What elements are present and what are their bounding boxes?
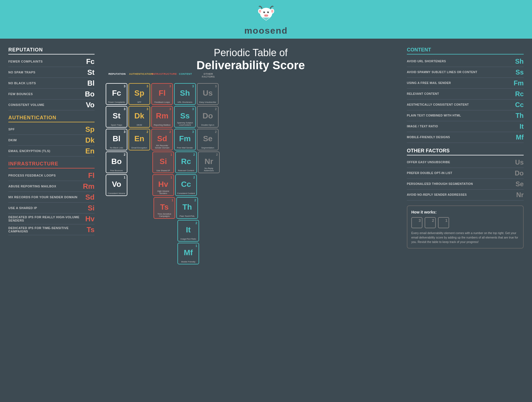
- pt-row-1: 3StSpam Traps3DkDKIM3RmReporting Mailbox…: [106, 106, 396, 128]
- pt-row-7: 1MfMobile Friendly: [106, 243, 396, 264]
- left-row-label: EMAIL ENCRYPTION (TLS): [8, 149, 50, 153]
- element-symbol: Vo: [112, 180, 121, 188]
- col-header-authentication: AUTHENTICATION: [129, 73, 151, 78]
- pt-empty-cell: [130, 243, 152, 264]
- svg-point-6: [267, 11, 269, 13]
- pt-empty-cell: [128, 152, 151, 173]
- element-symbol: Us: [203, 89, 213, 97]
- element-name: SPF: [130, 101, 149, 103]
- left-row: NO SPAM TRAPSSt: [8, 67, 95, 78]
- periodic-element-fc: 3FcFewer Complaints: [106, 83, 127, 105]
- periodic-element-us: 3UsEasy Unsubscribe: [197, 83, 219, 105]
- periodic-element-bl: 3BlNo Black Lists: [106, 129, 127, 150]
- element-number: 3: [147, 85, 148, 88]
- svg-point-10: [265, 15, 266, 16]
- left-row-symbol: Hv: [85, 215, 95, 222]
- right-row-label: RELEVANT CONTENT: [407, 92, 439, 96]
- reputation-title: REPUTATION: [8, 47, 95, 54]
- left-row-label: DEDICATED IPS FOR TIME-SENSITIVE CAMPAIG…: [8, 226, 87, 233]
- svg-point-9: [264, 14, 268, 17]
- periodic-element-sp: 3SpSPF: [128, 83, 150, 105]
- pt-empty-cell: [198, 174, 221, 196]
- right-row-label: USING A FREE MAIL SENDER: [407, 81, 451, 85]
- left-row: USE A SHARED IPSi: [8, 203, 95, 214]
- left-row: FEW BOUNCESBo: [8, 89, 95, 100]
- right-row-symbol: Do: [513, 169, 524, 177]
- element-number: 2: [215, 107, 217, 111]
- element-name: MX Records/ Sender Domain: [153, 145, 172, 149]
- periodic-element-nr: 2NrNo-Reply Addresses: [198, 152, 220, 173]
- infrastructure-section: INFRASTRUCTURE PROCESS FEEDBACK LOOPSFlA…: [8, 161, 95, 235]
- element-name: DKIM: [130, 124, 149, 126]
- left-row: NO BLACK LISTSBl: [8, 78, 95, 89]
- element-number: 2: [215, 130, 217, 133]
- left-panel: REPUTATION FEWER COMPLAINTSFcNO SPAM TRA…: [8, 47, 100, 265]
- element-name: Spammy Subject Line/Content: [176, 122, 194, 126]
- left-row-label: MX RECORDS FOR YOUR SENDER DOMAIN: [8, 195, 78, 199]
- periodic-element-se: 2SeSegmentation: [197, 129, 219, 150]
- right-row-symbol: Th: [513, 112, 524, 120]
- periodic-element-rc: 2RcRelevant Content: [175, 152, 197, 173]
- left-row-symbol: Bl: [87, 80, 95, 87]
- periodic-element-fl: 3FlFeedback Loops: [151, 83, 173, 105]
- right-row-label: PREFER DOUBLE OPT-IN LIST: [407, 171, 452, 175]
- element-number: 3: [192, 85, 194, 88]
- periodic-element-fm: 3FmFree Mail Sender: [174, 129, 196, 150]
- right-content-row: USING A FREE MAIL SENDERFm: [407, 78, 524, 89]
- right-other-row: AVOID NO-REPLY SENDER ADDRESSESNr: [407, 190, 524, 200]
- left-row-label: USE A SHARED IP: [8, 206, 37, 210]
- right-other-row: PERSONALIZED THROUGH SEGMENTATIONSe: [407, 179, 524, 190]
- left-row: FEWER COMPLAINTSFc: [8, 56, 95, 67]
- right-content-row: PLAIN TEXT COMBINED WITH HTMLTh: [407, 110, 524, 121]
- element-name: Time-Sensitive Campaigns: [155, 213, 174, 218]
- right-content-row: IMAGE / TEXT RATIOIt: [407, 121, 524, 132]
- left-row: SPFSp: [8, 124, 95, 135]
- left-row: CONSISTENT VOLUMEVo: [8, 100, 95, 110]
- element-name: No Black Lists: [107, 147, 126, 149]
- element-symbol: Ss: [180, 112, 190, 120]
- element-name: Consistent Volume: [107, 192, 126, 195]
- right-row-symbol: Se: [513, 180, 524, 188]
- auth-title: AUTHENTICATION: [8, 115, 95, 122]
- how-title: How it works:: [411, 210, 519, 214]
- left-row-symbol: St: [87, 69, 95, 76]
- periodic-element-cc: 2CcConsistent Content: [175, 174, 197, 196]
- right-row-label: MOBILE-FRIENDLY DESIGNS: [407, 135, 450, 139]
- left-row: DEDICATED IPS FOR TIME-SENSITIVE CAMPAIG…: [8, 224, 95, 235]
- pt-empty-cell: [200, 243, 223, 264]
- svg-point-8: [268, 12, 269, 12]
- element-name: Double Opt-in: [199, 124, 217, 126]
- element-symbol: Fc: [112, 89, 121, 97]
- element-symbol: Rm: [156, 112, 168, 120]
- element-symbol: Sd: [157, 135, 167, 143]
- element-number: 3: [192, 130, 194, 133]
- periodic-element-th: 2ThPlain Text/HTML: [176, 197, 198, 219]
- element-number: 3: [169, 85, 171, 88]
- element-number: 3: [147, 107, 148, 111]
- col-header-content: CONTENT: [175, 73, 196, 78]
- element-symbol: It: [186, 226, 190, 234]
- pt-row-2: 3BlNo Black Lists2EnEmail Encryption2SdM…: [106, 129, 396, 150]
- element-symbol: Do: [202, 112, 213, 120]
- left-row-label: NO SPAM TRAPS: [8, 71, 35, 74]
- element-number: 3: [169, 107, 171, 111]
- pt-column-headers: REPUTATION AUTHENTICATION INFRASTRUCTURE…: [106, 73, 396, 78]
- element-name: Email Encryption: [130, 147, 149, 149]
- pt-empty-cell: [154, 220, 176, 242]
- element-symbol: Dk: [134, 112, 144, 120]
- element-name: Feedback Loops: [153, 101, 172, 103]
- authentication-section: AUTHENTICATION SPFSpDKIMDkEMAIL ENCRYPTI…: [8, 115, 95, 157]
- left-row-label: DKIM: [8, 138, 17, 142]
- periodic-element-bo: 2BoFew Bounces: [106, 152, 127, 173]
- left-row-symbol: En: [85, 147, 95, 155]
- left-row-symbol: Fl: [88, 172, 95, 179]
- pt-empty-cell: [154, 243, 176, 264]
- pt-row-3: 2BoFew Bounces1SiUse Shared IP2RcRelevan…: [106, 152, 396, 173]
- periodic-element-st: 3StSpam Traps: [106, 106, 127, 128]
- center-panel: Periodic Table of Deliverability Score R…: [100, 47, 401, 265]
- how-num-box: 2: [425, 217, 436, 228]
- how-num-box: 1: [438, 217, 449, 228]
- right-row-symbol: Cc: [513, 101, 524, 109]
- element-symbol: Fl: [159, 89, 166, 97]
- element-number: 3: [192, 107, 194, 111]
